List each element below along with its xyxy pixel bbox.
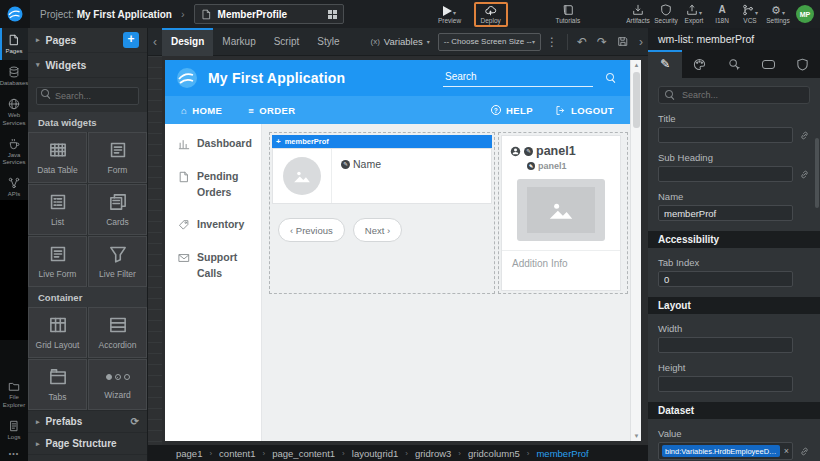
- clear-bind-icon[interactable]: ×: [784, 446, 789, 456]
- name-input[interactable]: [658, 205, 793, 221]
- dataset-section[interactable]: Dataset: [648, 402, 820, 419]
- tab-design[interactable]: Design: [162, 28, 213, 56]
- properties-scrollbar-thumb[interactable]: [815, 138, 819, 208]
- panel1[interactable]: ✎ panel1 ✎ panel1: [501, 135, 621, 291]
- widget-tile-form[interactable]: Form: [88, 132, 147, 183]
- design-canvas[interactable]: My First Application Search ⌂ HOME ≡ ORD…: [165, 60, 630, 441]
- widget-tile-grid-layout[interactable]: Grid Layout: [28, 307, 87, 358]
- nav-order[interactable]: ≡ ORDER: [248, 105, 295, 116]
- export-button[interactable]: ▾ Export: [680, 0, 708, 28]
- title-input[interactable]: [658, 127, 793, 143]
- rail-item-web-services[interactable]: Web Services: [0, 92, 28, 131]
- panel-image-placeholder[interactable]: [517, 179, 605, 241]
- rail-item-apis[interactable]: APIs: [0, 171, 28, 203]
- accessibility-section[interactable]: Accessibility: [648, 231, 820, 248]
- height-input[interactable]: [658, 376, 793, 392]
- member-list-widget[interactable]: + memberProf ✎ Name: [269, 132, 495, 294]
- value-input[interactable]: bind:Variables.HrdbEmployeeData.data ×: [658, 442, 793, 460]
- move-icon[interactable]: +: [276, 137, 281, 146]
- tab-script[interactable]: Script: [265, 28, 309, 56]
- name-field[interactable]: ✎ Name: [332, 149, 381, 170]
- prefabs-section-header[interactable]: ▸ Prefabs ⟳: [28, 410, 147, 432]
- page-grid-icon[interactable]: [328, 10, 337, 19]
- tab-style[interactable]: Style: [308, 28, 348, 56]
- subheading-input[interactable]: [658, 166, 793, 182]
- rail-item-java-services[interactable]: Java Services: [0, 132, 28, 171]
- breadcrumb-item-active[interactable]: memberProf: [536, 448, 588, 459]
- image-placeholder[interactable]: [283, 157, 321, 195]
- tab-properties[interactable]: ✎: [648, 50, 682, 78]
- canvas-scrollbar[interactable]: ▲ ▼: [630, 60, 641, 441]
- chevron-down-icon[interactable]: ▾: [699, 10, 702, 16]
- scroll-up-icon[interactable]: ▲: [631, 62, 642, 68]
- widget-tile-accordion[interactable]: Accordion: [88, 307, 147, 358]
- save-icon[interactable]: [612, 35, 634, 48]
- value-bind-chip[interactable]: bind:Variables.HrdbEmployeeData.data: [662, 445, 780, 457]
- undo-icon[interactable]: ↶: [572, 36, 592, 48]
- nav-home[interactable]: ⌂ HOME: [181, 105, 222, 116]
- refresh-icon[interactable]: ⟳: [131, 416, 139, 427]
- more-options-icon[interactable]: ⋮: [541, 36, 563, 48]
- tab-device[interactable]: [751, 50, 785, 78]
- preview-button[interactable]: ▾ Preview: [436, 0, 464, 28]
- edit-icon[interactable]: ✎: [341, 160, 350, 169]
- user-avatar[interactable]: MP: [796, 5, 814, 23]
- rail-item-pages[interactable]: Pages: [0, 28, 28, 60]
- width-input[interactable]: [658, 337, 793, 353]
- menu-item-pending-orders[interactable]: Pending Orders: [178, 169, 261, 201]
- nav-logout[interactable]: LOGOUT: [555, 105, 614, 116]
- pages-section-header[interactable]: ▸ Pages +: [28, 28, 147, 53]
- variables-dropdown[interactable]: (x) Variables ▾: [371, 36, 430, 47]
- breadcrumb-item[interactable]: layoutgrid1: [352, 448, 398, 459]
- rail-item-logs[interactable]: Logs: [0, 414, 28, 446]
- breadcrumb-item[interactable]: content1: [219, 448, 255, 459]
- edit-icon[interactable]: ✎: [524, 147, 533, 156]
- tutorials-button[interactable]: Tutorials: [554, 0, 582, 28]
- widget-tile-cards[interactable]: Cards: [88, 184, 147, 235]
- settings-button[interactable]: ⚙▾ Settings: [764, 0, 792, 28]
- tab-styles[interactable]: [682, 50, 716, 78]
- widget-tile-tabs[interactable]: Tabs: [28, 359, 87, 410]
- bind-link-icon[interactable]: [799, 169, 810, 180]
- menu-item-dashboard[interactable]: Dashboard: [178, 136, 261, 152]
- deploy-button[interactable]: Deploy: [474, 2, 508, 27]
- scrollbar-thumb[interactable]: [633, 72, 640, 128]
- breadcrumb-item[interactable]: page_content1: [272, 448, 335, 459]
- bind-link-icon[interactable]: [799, 130, 810, 141]
- rail-item-file-explorer[interactable]: File Explorer: [0, 374, 28, 413]
- tab-markup[interactable]: Markup: [213, 28, 264, 56]
- i18n-button[interactable]: A I18N: [708, 0, 736, 28]
- app-search-input[interactable]: Search: [443, 69, 593, 87]
- widget-tile-live-form[interactable]: Live Form: [28, 236, 87, 287]
- widget-tile-list[interactable]: List: [28, 184, 87, 235]
- artifacts-button[interactable]: Artifacts: [624, 0, 652, 28]
- security-button[interactable]: Security: [652, 0, 680, 28]
- menu-item-inventory[interactable]: Inventory: [178, 217, 261, 233]
- menu-item-support-calls[interactable]: Support Calls: [178, 250, 261, 282]
- tab-index-input[interactable]: [658, 271, 793, 287]
- previous-button[interactable]: ‹ Previous: [278, 218, 345, 242]
- app-header[interactable]: My First Application Search: [165, 60, 630, 96]
- widget-selection-bar[interactable]: + memberProf: [272, 135, 492, 148]
- tab-events[interactable]: [717, 50, 751, 78]
- widgets-section-header[interactable]: ▾ Widgets: [28, 53, 147, 78]
- chevron-down-icon[interactable]: ▾: [453, 10, 456, 16]
- widget-tile-live-filter[interactable]: Live Filter: [88, 236, 147, 287]
- chevron-down-icon[interactable]: ▾: [755, 10, 758, 16]
- page-structure-section-header[interactable]: ▸ Page Structure: [28, 432, 147, 454]
- breadcrumb-item[interactable]: gridcolumn5: [468, 448, 520, 459]
- next-button[interactable]: Next ›: [353, 218, 402, 242]
- widget-tile-wizard[interactable]: Wizard: [88, 359, 147, 410]
- rail-more-icon[interactable]: •••: [0, 446, 28, 457]
- collapse-left-icon[interactable]: ‹: [148, 35, 162, 49]
- breadcrumb-item[interactable]: gridrow3: [415, 448, 451, 459]
- collapse-right-icon[interactable]: ›: [634, 35, 648, 49]
- rail-item-databases[interactable]: Databases: [0, 60, 28, 92]
- panel1-widget[interactable]: ✎ panel1 ✎ panel1: [498, 132, 628, 294]
- add-page-button[interactable]: +: [123, 32, 139, 48]
- vcs-button[interactable]: ▾ VCS: [736, 0, 764, 28]
- chevron-down-icon[interactable]: ▾: [782, 10, 785, 16]
- screen-size-select[interactable]: -- Choose Screen Size -- ▾: [438, 33, 541, 51]
- scroll-down-icon[interactable]: ▼: [631, 433, 642, 439]
- variables-section-header[interactable]: ▸ Variables: [28, 454, 147, 461]
